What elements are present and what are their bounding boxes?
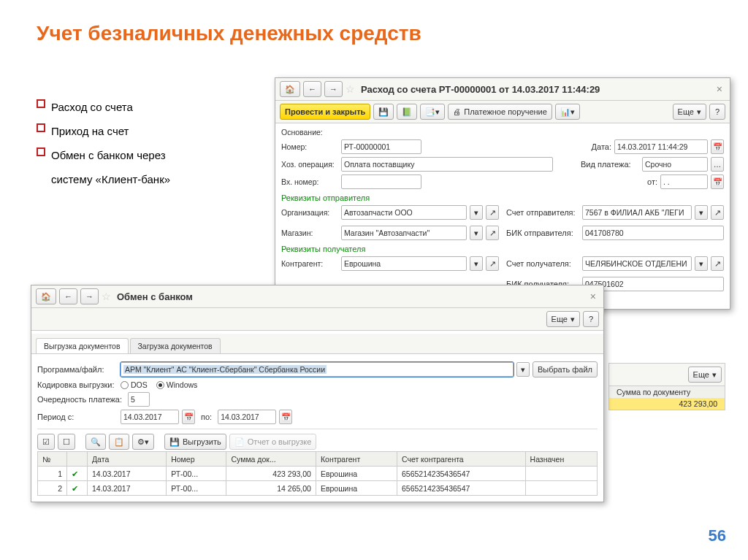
table-row[interactable]: 1 ✔ 14.03.2017 РТ-00... 423 293,00 Еврош… bbox=[38, 467, 598, 481]
number-field[interactable]: РТ-00000001 bbox=[341, 139, 421, 154]
th-contractor[interactable]: Контрагент bbox=[316, 452, 397, 467]
dropdown-icon[interactable]: ▾ bbox=[470, 256, 483, 271]
close-button[interactable]: × bbox=[587, 291, 599, 302]
slide-title: Учет безналичных денежных средств bbox=[0, 0, 748, 60]
operation-field[interactable]: Оплата поставщику bbox=[341, 157, 553, 172]
open-icon[interactable]: ↗ bbox=[486, 256, 499, 271]
label-date: Дата: bbox=[592, 142, 611, 151]
calendar-icon[interactable]: 📅 bbox=[711, 139, 724, 154]
forward-button[interactable]: → bbox=[324, 81, 343, 97]
shop-field[interactable]: Магазин "Автозапчасти" bbox=[341, 226, 467, 240]
period-to-field[interactable]: 14.03.2017 bbox=[218, 410, 276, 424]
bullet-icon bbox=[37, 99, 45, 108]
th-check[interactable] bbox=[67, 452, 88, 467]
post-and-close-button[interactable]: Провести и закрыть bbox=[280, 104, 370, 120]
label-number: Номер: bbox=[281, 142, 338, 151]
label-sender-account: Счет отправителя: bbox=[506, 208, 579, 217]
more-button-2[interactable]: Еще▾ bbox=[688, 367, 722, 383]
favorite-star-icon[interactable]: ☆ bbox=[346, 83, 355, 95]
back-button[interactable]: ← bbox=[303, 81, 321, 97]
more-button[interactable]: Еще▾ bbox=[673, 104, 706, 120]
section-sender-req: Реквизиты отправителя bbox=[281, 191, 724, 204]
in-number-field[interactable] bbox=[341, 174, 421, 189]
bullet-text: Обмен с банком через систему «Клиент-бан… bbox=[51, 143, 197, 191]
th-num[interactable]: № bbox=[38, 452, 67, 467]
forward-button[interactable]: → bbox=[80, 288, 99, 304]
program-field[interactable]: АРМ "Клиент" АС "Клиент-Сбербанк" Сберба… bbox=[121, 362, 514, 377]
settings-button[interactable]: ⚙▾ bbox=[132, 434, 154, 450]
label-encoding: Кодировка выгрузки: bbox=[37, 380, 118, 389]
dropdown-icon[interactable]: ▾ bbox=[695, 205, 708, 220]
refresh-button[interactable]: 🔍 bbox=[85, 434, 106, 450]
label-payment-type: Вид платежа: bbox=[581, 160, 639, 169]
sender-account-field[interactable]: 7567 в ФИЛИАЛ АКБ "ЛЕГИ bbox=[582, 205, 692, 220]
window-bank-exchange: 🏠 ← → ☆ Обмен с банком × Еще▾ ? Выгрузка… bbox=[31, 285, 604, 502]
payment-type-field[interactable]: Срочно bbox=[642, 157, 708, 172]
dropdown-icon[interactable]: ▾ bbox=[470, 205, 483, 220]
section-recipient-req: Реквизиты получателя bbox=[281, 242, 724, 255]
more-button[interactable]: Еще▾ bbox=[546, 311, 580, 327]
th-purpose[interactable]: Назначен bbox=[525, 452, 597, 467]
help-button[interactable]: ? bbox=[709, 104, 725, 120]
uncheck-all-button[interactable]: ☐ bbox=[58, 434, 75, 450]
pick-file-button[interactable]: Выбрать файл bbox=[533, 361, 598, 377]
table-row[interactable]: 2 ✔ 14.03.2017 РТ-00... 14 265,00 Евроши… bbox=[38, 481, 598, 496]
date-field[interactable]: 14.03.2017 11:44:29 bbox=[614, 139, 708, 154]
tab-import[interactable]: Загрузка документов bbox=[130, 338, 221, 353]
open-icon[interactable]: ↗ bbox=[711, 205, 724, 220]
home-button[interactable]: 🏠 bbox=[280, 81, 300, 97]
th-sum[interactable]: Сумма док... bbox=[226, 452, 316, 467]
radio-windows[interactable]: Windows bbox=[156, 380, 198, 389]
help-button[interactable]: ? bbox=[583, 311, 599, 327]
recipient-account-field[interactable]: ЧЕЛЯБИНСКОЕ ОТДЕЛЕНИ bbox=[582, 256, 692, 271]
export-button[interactable]: 💾 Выгрузить bbox=[164, 434, 226, 450]
check-all-button[interactable]: ☑ bbox=[37, 434, 55, 450]
label-sender-bik: БИК отправителя: bbox=[506, 229, 579, 237]
label-operation: Хоз. операция: bbox=[281, 160, 338, 169]
bullet-text: Расход со счета bbox=[51, 95, 133, 119]
th-number[interactable]: Номер bbox=[167, 452, 226, 467]
in-date-field[interactable]: . . bbox=[660, 174, 708, 189]
select-icon[interactable]: … bbox=[711, 157, 724, 172]
home-button[interactable]: 🏠 bbox=[36, 288, 56, 304]
tab-export[interactable]: Выгрузка документов bbox=[36, 338, 129, 353]
page-number: 56 bbox=[709, 526, 726, 545]
window-expense: 🏠 ← → ☆ Расход со счета РТ-00000001 от 1… bbox=[275, 77, 730, 310]
period-from-field[interactable]: 14.03.2017 bbox=[121, 410, 179, 424]
contractor-field[interactable]: Еврошина bbox=[341, 256, 467, 271]
bullet-list: Расход со счета Приход на счет Обмен с б… bbox=[37, 95, 197, 191]
sender-bik-field: 041708780 bbox=[582, 226, 724, 240]
th-date[interactable]: Дата bbox=[88, 452, 167, 467]
close-button[interactable]: × bbox=[714, 83, 725, 95]
back-button[interactable]: ← bbox=[59, 288, 77, 304]
calendar-icon[interactable]: 📅 bbox=[182, 410, 195, 424]
th-account[interactable]: Счет контрагента bbox=[397, 452, 525, 467]
organization-field[interactable]: Автозапчасти ООО bbox=[341, 205, 467, 220]
check-icon[interactable]: ✔ bbox=[67, 467, 88, 481]
dt-kt-button[interactable]: 📑▾ bbox=[420, 104, 445, 120]
priority-field[interactable]: 5 bbox=[128, 392, 150, 407]
export-report-button[interactable]: 📄 Отчет о выгрузке bbox=[229, 434, 317, 450]
filter-button[interactable]: 📋 bbox=[109, 434, 129, 450]
dropdown-icon[interactable]: ▾ bbox=[470, 226, 483, 240]
report-button[interactable]: 📊▾ bbox=[555, 104, 580, 120]
dropdown-icon[interactable]: ▾ bbox=[695, 256, 708, 271]
print-payment-order-button[interactable]: 🖨 Платежное поручение bbox=[448, 104, 552, 120]
documents-table: № Дата Номер Сумма док... Контрагент Сче… bbox=[37, 451, 598, 496]
favorite-star-icon[interactable]: ☆ bbox=[102, 291, 111, 302]
save-button[interactable]: 💾 bbox=[373, 104, 394, 120]
post-button[interactable]: 📗 bbox=[397, 104, 417, 120]
calendar-icon[interactable]: 📅 bbox=[279, 410, 292, 424]
label-shop: Магазин: bbox=[281, 229, 338, 237]
open-icon[interactable]: ↗ bbox=[711, 256, 724, 271]
label-contractor: Контрагент: bbox=[281, 259, 338, 268]
check-icon[interactable]: ✔ bbox=[67, 481, 88, 496]
open-icon[interactable]: ↗ bbox=[486, 226, 499, 240]
label-org: Организация: bbox=[281, 208, 338, 217]
calendar-icon[interactable]: 📅 bbox=[711, 174, 724, 189]
open-icon[interactable]: ↗ bbox=[486, 205, 499, 220]
radio-dos[interactable]: DOS bbox=[121, 380, 148, 389]
label-from: от: bbox=[647, 177, 657, 186]
bullet-icon bbox=[37, 147, 45, 156]
dropdown-icon[interactable]: ▾ bbox=[516, 362, 530, 377]
